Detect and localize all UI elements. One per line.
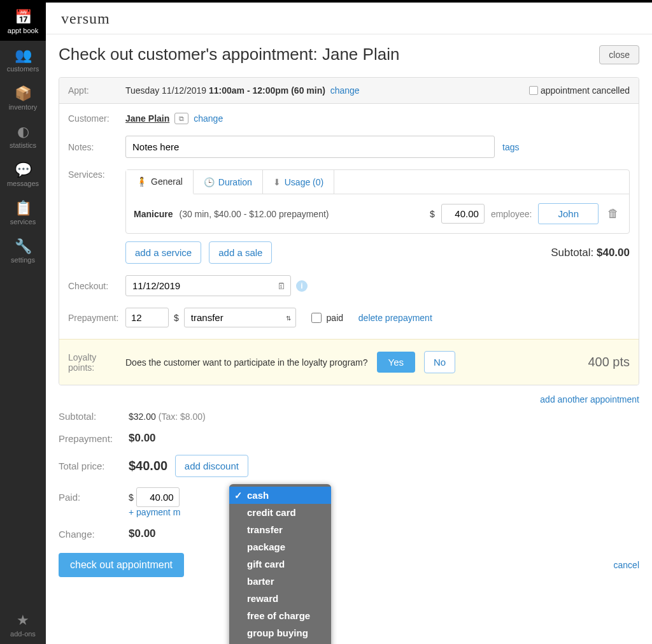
appt-change-link[interactable]: change xyxy=(330,85,360,96)
tags-link[interactable]: tags xyxy=(502,142,519,152)
paid-label: paid xyxy=(327,313,343,323)
add-payment-method-link[interactable]: + payment m xyxy=(129,507,180,517)
sidebar: 📅 appt book 👥 customers 📦 inventory ◐ st… xyxy=(0,0,46,644)
services-icon: 📋 xyxy=(15,200,32,217)
info-icon[interactable]: i xyxy=(296,280,308,292)
appt-date: Tuesday 11/12/2019 xyxy=(125,85,206,96)
tab-usage[interactable]: ⬇ Usage (0) xyxy=(263,170,334,194)
customer-label: Customer: xyxy=(68,113,125,124)
tab-general[interactable]: 🧍 General xyxy=(126,170,194,194)
paid-checkbox[interactable] xyxy=(311,313,322,323)
change-value: $0.00 xyxy=(129,527,156,540)
close-button[interactable]: close xyxy=(599,45,639,64)
prepayment-total-value: $0.00 xyxy=(129,432,156,445)
cancelled-checkbox[interactable] xyxy=(529,86,538,95)
checkout-date-input[interactable] xyxy=(125,275,291,296)
prepayment-label: Prepayment: xyxy=(68,313,125,323)
add-service-button[interactable]: add a service xyxy=(125,241,201,264)
sidebar-item-inventory[interactable]: 📦 inventory xyxy=(0,79,46,117)
sidebar-label: add-ons xyxy=(10,630,36,638)
prepayment-amount-input[interactable] xyxy=(125,308,169,327)
person-icon: 🧍 xyxy=(136,176,147,187)
cancelled-label: appointment cancelled xyxy=(541,85,630,96)
trash-icon[interactable]: 🗑 xyxy=(605,204,621,223)
dropdown-option-credit-card[interactable]: credit card xyxy=(229,504,331,521)
services-box: 🧍 General 🕒 Duration ⬇ Usage (0) xyxy=(125,169,630,234)
loyalty-yes-button[interactable]: Yes xyxy=(377,352,415,373)
dropdown-option-cash[interactable]: cash xyxy=(229,487,331,504)
notes-input[interactable] xyxy=(125,136,495,158)
appointment-panel: Appt: Tuesday 11/12/2019 11:00am - 12:00… xyxy=(59,77,639,385)
delete-prepayment-link[interactable]: delete prepayment xyxy=(358,313,432,323)
sidebar-label: inventory xyxy=(9,103,38,111)
loyalty-no-button[interactable]: No xyxy=(424,351,455,373)
dropdown-option-gift-card[interactable]: gift card xyxy=(229,555,331,573)
employee-label: employee: xyxy=(491,209,532,219)
sidebar-item-customers[interactable]: 👥 customers xyxy=(0,41,46,79)
calendar-icon: 📅 xyxy=(15,9,32,25)
customer-card-icon[interactable]: ⧉ xyxy=(174,113,188,124)
subtotal-value: $32.00 xyxy=(129,411,156,422)
brand-logo: versum xyxy=(46,3,652,34)
checkout-label: Checkout: xyxy=(68,281,125,291)
checkout-appointment-button[interactable]: check out appointment xyxy=(59,553,184,577)
subtotal-label: Subtotal: xyxy=(59,411,129,422)
appt-label: Appt: xyxy=(68,85,125,96)
download-icon: ⬇ xyxy=(273,177,281,187)
dropdown-option-free-of-charge[interactable]: free of charge xyxy=(229,607,331,624)
add-sale-button[interactable]: add a sale xyxy=(209,241,272,264)
employee-button[interactable]: John xyxy=(538,203,599,224)
customer-name-link[interactable]: Jane Plain xyxy=(125,113,169,124)
dropdown-option-group-buying[interactable]: group buying xyxy=(229,624,331,641)
page-title: Check out customer's appointment: Jane P… xyxy=(59,45,399,64)
subtotal-value: $40.00 xyxy=(597,247,630,259)
paid-amount-input[interactable] xyxy=(136,487,180,507)
prepayment-method-select[interactable]: transfer xyxy=(184,308,296,327)
sidebar-item-statistics[interactable]: ◐ statistics xyxy=(0,117,46,155)
add-another-appointment-link[interactable]: add another appointment xyxy=(540,394,639,404)
sidebar-item-addons[interactable]: ★ add-ons xyxy=(0,606,46,644)
loyalty-bar: Loyalty points: Does the customer want t… xyxy=(59,339,639,385)
sidebar-item-services[interactable]: 📋 services xyxy=(0,194,46,232)
tab-duration[interactable]: 🕒 Duration xyxy=(194,170,263,194)
sidebar-item-settings[interactable]: 🔧 settings xyxy=(0,232,46,270)
service-price-input[interactable] xyxy=(441,204,485,224)
service-row: Manicure (30 min, $40.00 - $12.00 prepay… xyxy=(126,194,629,233)
total-price-label: Total price: xyxy=(59,461,129,471)
services-label: Services: xyxy=(68,169,125,180)
dropdown-option-other[interactable]: other xyxy=(229,641,331,644)
total-price-value: $40.00 xyxy=(129,459,167,473)
dropdown-option-reward[interactable]: reward xyxy=(229,590,331,607)
add-discount-button[interactable]: add discount xyxy=(175,455,248,477)
main-area: versum Check out customer's appointment:… xyxy=(46,0,652,644)
dropdown-option-barter[interactable]: barter xyxy=(229,573,331,590)
totals-section: Subtotal: $32.00 (Tax: $8.00) Prepayment… xyxy=(59,411,639,540)
prepayment-total-label: Prepayment: xyxy=(59,433,129,444)
subtotal-label: Subtotal: xyxy=(551,247,593,259)
currency-symbol: $ xyxy=(129,492,134,503)
loyalty-label: Loyalty points: xyxy=(68,352,117,373)
customer-change-link[interactable]: change xyxy=(194,113,223,124)
customers-icon: 👥 xyxy=(15,47,32,64)
sidebar-label: appt book xyxy=(8,27,38,34)
dropdown-option-transfer[interactable]: transfer xyxy=(229,521,331,538)
paid-label: Paid: xyxy=(59,492,129,503)
sidebar-label: messages xyxy=(7,180,39,187)
sidebar-label: statistics xyxy=(10,141,36,149)
sidebar-item-appt-book[interactable]: 📅 appt book xyxy=(0,3,46,41)
service-name: Manicure xyxy=(134,209,173,219)
sidebar-label: services xyxy=(10,218,36,225)
cancel-link[interactable]: cancel xyxy=(614,560,639,570)
currency-symbol: $ xyxy=(430,209,435,219)
statistics-icon: ◐ xyxy=(17,124,29,140)
currency-symbol: $ xyxy=(174,313,179,323)
dropdown-option-package[interactable]: package xyxy=(229,538,331,555)
sidebar-label: settings xyxy=(11,256,35,264)
sidebar-item-messages[interactable]: 💬 messages xyxy=(0,155,46,194)
tax-value: (Tax: $8.00) xyxy=(159,411,206,422)
sidebar-label: customers xyxy=(7,65,39,73)
inventory-icon: 📦 xyxy=(15,85,32,102)
loyalty-question: Does the customer want to participate in… xyxy=(125,357,368,368)
change-label: Change: xyxy=(59,529,129,540)
settings-icon: 🔧 xyxy=(15,238,32,255)
